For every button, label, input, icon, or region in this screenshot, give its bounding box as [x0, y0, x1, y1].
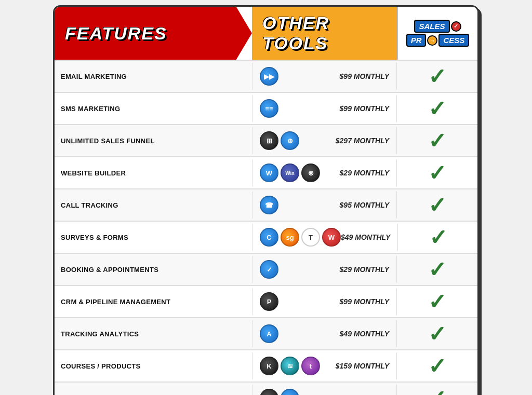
- logo-check-badge: ✓: [451, 21, 461, 32]
- activecampaign-icon: ▶▶: [260, 67, 278, 86]
- checkmark-cell: ✓: [397, 353, 477, 379]
- feature-cell: SURVEYS & FORMS: [55, 229, 252, 246]
- table-row: SMS MARKETING≡≡$99 MONTHLY✓: [55, 92, 477, 124]
- wordpress-icon: W: [260, 164, 278, 182]
- feature-name: SURVEYS & FORMS: [61, 234, 128, 241]
- table-row: SURVEYS & FORMSCsgTW$49 MONTHLY✓: [55, 221, 477, 253]
- logo-header: SALES ✓ PR → CESS: [397, 7, 477, 60]
- checkmark-icon: ✓: [428, 257, 446, 282]
- price-label: $49 MONTHLY: [341, 233, 390, 241]
- table-row: CALL TRACKING☎$95 MONTHLY✓: [55, 188, 477, 221]
- feature-name: TRACKING ANALYTICS: [61, 330, 139, 338]
- price-label: $99 MONTHLY: [340, 72, 389, 80]
- price-label: $29 MONTHLY: [340, 169, 389, 177]
- table-row: CRM & PIPELINE MANAGEMENTP$99 MONTHLY✓: [55, 285, 477, 317]
- feature-name: BOOKING & APPOINTMENTS: [61, 266, 158, 274]
- other-tools-cell: CsgTW$49 MONTHLY: [252, 224, 398, 251]
- thinkific-icon: t: [301, 357, 320, 375]
- checkmark-icon: ✓: [428, 353, 446, 379]
- checkmark-icon: ✓: [428, 160, 446, 186]
- table-row: COURSES / PRODUCTSK≋t$159 MONTHLY✓: [55, 349, 477, 382]
- feature-name: UNLIMITED SALES FUNNEL: [61, 137, 155, 145]
- checkmark-cell: ✓: [398, 225, 478, 250]
- twilio-icon: ≡≡: [260, 99, 278, 118]
- feature-cell: CRM & PIPELINE MANAGEMENT: [55, 294, 252, 310]
- feature-name: EMAIL MARKETING: [61, 73, 127, 80]
- calendly-icon: ✓: [260, 260, 278, 279]
- checkmark-cell: ✓: [397, 289, 477, 315]
- checkmark-cell: ✓: [397, 193, 477, 218]
- checkmark-icon: ✓: [428, 289, 446, 315]
- price-label: $95 MONTHLY: [340, 201, 389, 209]
- other-tools-cell: ▶▶$99 MONTHLY: [252, 63, 397, 90]
- pipedrive-icon: P: [260, 292, 278, 311]
- price-label: $159 MONTHLY: [336, 362, 389, 370]
- birdeye-icon: B: [260, 389, 278, 395]
- logo-cess-text: CESS: [438, 34, 469, 47]
- sales-process-logo: SALES ✓ PR → CESS: [406, 20, 470, 47]
- other-tools-cell: ☎$95 MONTHLY: [252, 192, 397, 219]
- feature-name: WEBSITE BUILDER: [61, 169, 126, 177]
- feature-cell: WEBSITE BUILDER: [55, 165, 252, 181]
- analytics-icon: A: [260, 324, 278, 343]
- checkmark-icon: ✓: [428, 128, 446, 154]
- table-row: BOOKING & APPOINTMENTS✓$29 MONTHLY✓: [55, 253, 477, 285]
- kajabi-icon: K: [260, 357, 278, 375]
- other-tools-header-label: OTHER TOOLS: [262, 13, 387, 53]
- logo-arrow-badge: →: [427, 35, 437, 46]
- feature-cell: UNLIMITED SALES FUNNEL: [55, 133, 252, 149]
- checkmark-icon: ✓: [429, 225, 447, 250]
- feature-cell: REPUTATION MANAGEMENT: [55, 390, 252, 396]
- other-tools-cell: ✓$29 MONTHLY: [252, 256, 397, 283]
- other-tools-cell: WWix⊗$29 MONTHLY: [252, 159, 397, 186]
- table-row: REPUTATION MANAGEMENTBV$299 MONTHLY✓: [55, 382, 477, 395]
- checkmark-cell: ✓: [397, 386, 477, 396]
- cognito-icon: C: [260, 228, 278, 247]
- price-label: $99 MONTHLY: [340, 297, 389, 306]
- feature-cell: BOOKING & APPOINTMENTS: [55, 262, 252, 278]
- builderall-icon: ⊕: [281, 131, 299, 150]
- table-row: TRACKING ANALYTICSA$49 MONTHLY✓: [55, 317, 477, 349]
- checkmark-icon: ✓: [428, 64, 446, 89]
- callfire-icon: ☎: [260, 196, 278, 214]
- comparison-table: FEATURES OTHER TOOLS SALES ✓ PR → CESS E…: [53, 5, 479, 395]
- price-label: $49 MONTHLY: [340, 330, 389, 338]
- other-tools-cell: K≋t$159 MONTHLY: [252, 352, 397, 379]
- table-header: FEATURES OTHER TOOLS SALES ✓ PR → CESS: [55, 7, 477, 60]
- logo-sales-text: SALES: [414, 20, 449, 33]
- other-tools-cell: BV$299 MONTHLY: [252, 385, 397, 395]
- feature-cell: COURSES / PRODUCTS: [55, 358, 252, 374]
- price-label: $99 MONTHLY: [340, 104, 389, 113]
- feature-name: SMS MARKETING: [61, 105, 120, 113]
- price-label: $297 MONTHLY: [336, 137, 389, 145]
- checkmark-icon: ✓: [428, 321, 446, 347]
- checkmark-cell: ✓: [397, 257, 477, 282]
- squarespace-icon: ⊗: [301, 164, 320, 182]
- other-tools-cell: A$49 MONTHLY: [252, 320, 397, 347]
- table-row: EMAIL MARKETING▶▶$99 MONTHLY✓: [55, 60, 477, 92]
- feature-name: CRM & PIPELINE MANAGEMENT: [61, 298, 170, 306]
- clickfunnels-icon: ⊞: [260, 131, 278, 150]
- feature-cell: EMAIL MARKETING: [55, 69, 252, 85]
- table-row: UNLIMITED SALES FUNNEL⊞⊕$297 MONTHLY✓: [55, 124, 477, 156]
- typeform-icon: T: [301, 228, 320, 247]
- other-tools-cell: P$99 MONTHLY: [252, 288, 397, 315]
- checkmark-cell: ✓: [397, 160, 477, 186]
- checkmark-icon: ✓: [428, 96, 446, 121]
- logo-pr-text: PR: [406, 34, 427, 47]
- features-header-label: FEATURES: [65, 23, 167, 44]
- teachable-icon: ≋: [281, 357, 299, 375]
- wix-icon: Wix: [281, 164, 299, 182]
- checkmark-cell: ✓: [397, 321, 477, 347]
- other-tools-header: OTHER TOOLS: [252, 7, 397, 60]
- checkmark-icon: ✓: [428, 193, 446, 218]
- table-row: WEBSITE BUILDERWWix⊗$29 MONTHLY✓: [55, 156, 477, 188]
- checkmark-cell: ✓: [397, 64, 477, 89]
- feature-cell: SMS MARKETING: [55, 101, 252, 117]
- surveymonkey-icon: sg: [281, 228, 299, 247]
- feature-cell: TRACKING ANALYTICS: [55, 326, 252, 342]
- feature-cell: CALL TRACKING: [55, 197, 252, 213]
- checkmark-icon: ✓: [428, 386, 446, 396]
- feature-name: COURSES / PRODUCTS: [61, 362, 140, 370]
- other-tools-cell: ≡≡$99 MONTHLY: [252, 95, 397, 122]
